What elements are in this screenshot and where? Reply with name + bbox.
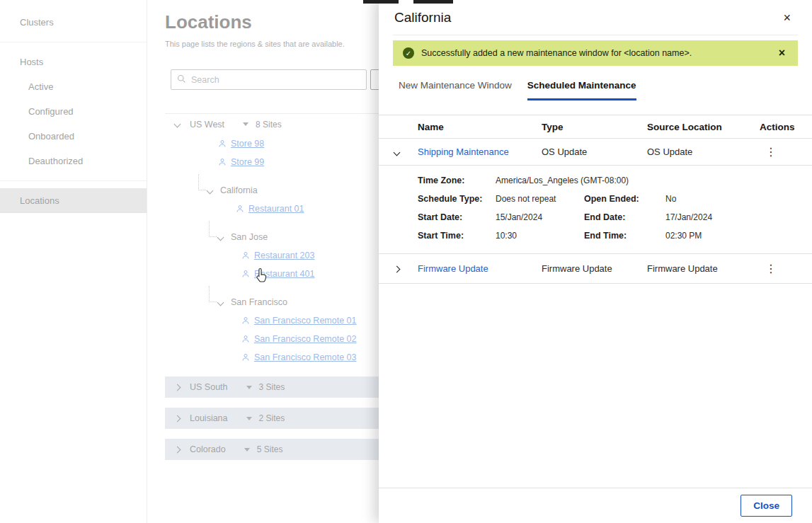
banner-close-icon[interactable]: × <box>776 47 788 59</box>
start-time-label: Start Time: <box>418 231 496 241</box>
table-row[interactable]: Shipping Maintenance OS Update OS Update… <box>379 139 812 166</box>
drawer-header: California × <box>393 0 798 35</box>
schedule-type-label: Schedule Type: <box>418 194 496 204</box>
drawer-footer: Close <box>379 488 812 523</box>
success-banner: ✓ Successfully added a new maintenance w… <box>393 40 798 66</box>
top-strip <box>413 0 453 4</box>
maintenance-table: Name Type Source Location Actions Shippi… <box>379 115 812 284</box>
end-time-label: End Time: <box>584 231 665 241</box>
maintenance-type: OS Update <box>542 146 647 157</box>
maintenance-name-link[interactable]: Firmware Update <box>418 263 542 274</box>
drawer-title: California <box>394 10 451 25</box>
close-button[interactable]: Close <box>740 495 792 517</box>
close-icon[interactable]: × <box>777 10 796 25</box>
maintenance-source-location: OS Update <box>647 146 760 157</box>
table-header-row: Name Type Source Location Actions <box>379 115 812 139</box>
kebab-menu-icon[interactable]: ⋮ <box>760 145 792 159</box>
top-strip <box>363 0 399 4</box>
maintenance-name-link[interactable]: Shipping Maintenance <box>418 146 542 157</box>
end-date-label: End Date: <box>584 212 665 222</box>
column-header-type: Type <box>542 122 647 132</box>
column-header-name: Name <box>418 122 542 132</box>
tab-scheduled-maintenance[interactable]: Scheduled Maintenance <box>527 80 636 100</box>
kebab-menu-icon[interactable]: ⋮ <box>760 262 792 275</box>
column-header-actions: Actions <box>760 122 795 132</box>
open-ended-value: No <box>665 194 792 204</box>
start-date-label: Start Date: <box>418 212 496 222</box>
table-row[interactable]: Firmware Update Firmware Update Firmware… <box>379 254 812 284</box>
tab-new-maintenance-window[interactable]: New Maintenance Window <box>399 80 512 100</box>
chevron-down-icon[interactable] <box>394 146 418 157</box>
open-ended-label: Open Ended: <box>584 194 665 204</box>
maintenance-details: Time Zone: America/Los_Angeles (GMT-08:0… <box>379 166 812 254</box>
chevron-right-icon[interactable] <box>394 263 418 274</box>
start-time-value: 10:30 <box>496 231 584 241</box>
modal-scrim <box>0 0 379 523</box>
maintenance-drawer: California × ✓ Successfully added a new … <box>379 0 812 523</box>
end-time-value: 02:30 PM <box>665 231 792 241</box>
end-date-value: 17/Jan/2024 <box>665 212 792 222</box>
column-header-source-location: Source Location <box>647 122 760 132</box>
maintenance-source-location: Firmware Update <box>647 263 760 274</box>
banner-message: Successfully added a new maintenance win… <box>421 48 769 58</box>
drawer-tabs: New Maintenance Window Scheduled Mainten… <box>399 80 792 100</box>
schedule-type-value: Does not repeat <box>496 194 584 204</box>
check-icon: ✓ <box>403 47 414 59</box>
mouse-cursor <box>255 268 269 286</box>
maintenance-type: Firmware Update <box>542 263 647 274</box>
time-zone-label: Time Zone: <box>418 176 496 185</box>
time-zone-value: America/Los_Angeles (GMT-08:00) <box>496 176 792 185</box>
start-date-value: 15/Jan/2024 <box>496 212 584 222</box>
